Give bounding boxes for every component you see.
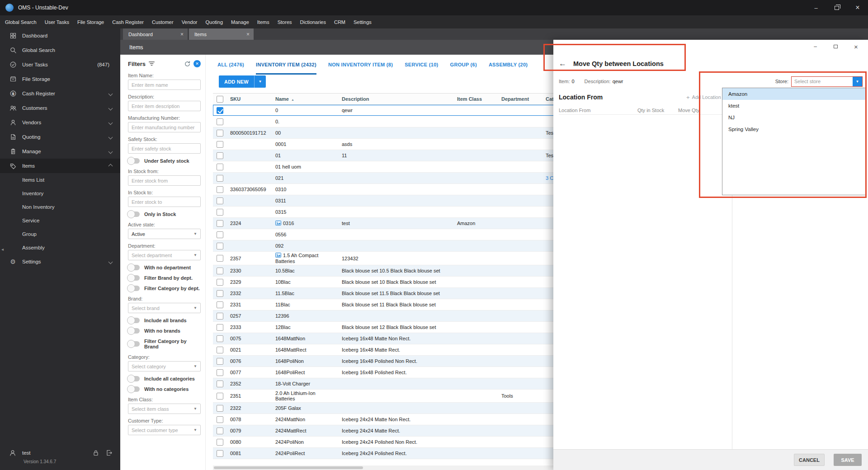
store-option[interactable]: ktest [722,100,866,112]
sidebar-subitem[interactable]: Group [0,227,120,241]
table-row[interactable]: 3360373065059 0310 [213,184,570,195]
row-checkbox[interactable] [217,107,223,114]
safety-stock-input[interactable] [128,143,201,154]
menubar-item[interactable]: Quoting [202,15,227,28]
sidebar-item-customers[interactable]: Customers [0,101,120,115]
table-row[interactable]: 2333 12Blac Black blouse set 12 Black Bl… [213,322,570,333]
sidebar-item-settings[interactable]: ⚙ Settings [0,254,120,269]
select-all-checkbox[interactable] [217,96,223,103]
manufacturing-number-input[interactable] [128,122,201,132]
category-select[interactable]: Select category▼ [128,361,201,371]
sidebar-subitem[interactable]: Items List [0,173,120,187]
toggle-switch[interactable] [128,212,140,217]
menubar-item[interactable]: Cash Register [108,15,148,28]
item-type-tab[interactable]: GROUP (6) [450,62,477,75]
cancel-button[interactable]: CANCEL [794,454,825,466]
row-checkbox[interactable] [217,324,223,331]
dialog-maximize-button[interactable] [826,40,846,53]
sidebar-item-file-storage[interactable]: File Storage [0,72,120,86]
toggle-switch[interactable] [128,318,140,323]
store-option[interactable]: Spring Valley [722,123,866,135]
toggle-only-in-stock[interactable]: Only in Stock [128,212,201,217]
toggle-filter-category-by-brand[interactable]: Filter Category by Brand [128,338,201,349]
row-checkbox[interactable] [217,393,223,400]
row-checkbox[interactable] [217,405,223,412]
sidebar-subitem[interactable]: Assembly [0,241,120,254]
row-checkbox[interactable] [217,347,223,353]
toggle-switch[interactable] [128,286,140,291]
tab-close-icon[interactable]: × [180,31,184,38]
toggle-include-all-categories[interactable]: Include all categories [128,376,201,381]
column-header-item-class[interactable]: Item Class [453,95,498,103]
sidebar-item-dashboard[interactable]: Dashboard [0,28,120,43]
table-row[interactable]: 2331 11Blac Black blouse set 11 Black Bl… [213,299,570,310]
table-row[interactable]: 0075 1648MattNon Iceberg 16x48 Matte Non… [213,333,570,344]
table-row[interactable]: 0080 2424PoliNon Iceberg 24x24 Polished … [213,437,570,448]
menubar-item[interactable]: Vendor [178,15,202,28]
add-new-dropdown-button[interactable]: ▼ [254,75,266,88]
toggle-switch[interactable] [128,275,140,281]
row-checkbox[interactable] [217,118,223,125]
active-state-select[interactable]: Active▼ [128,229,201,239]
menubar-item[interactable]: CRM [330,15,349,28]
back-button[interactable]: ← [559,59,566,68]
table-row[interactable]: 2332 11.5Blac Black blouse set 11.5 Blac… [213,288,570,299]
toggle-include-all-brands[interactable]: Include all brands [128,318,201,323]
item-name-input[interactable] [128,80,201,90]
row-checkbox[interactable] [217,220,223,227]
row-checkbox[interactable] [217,416,223,423]
row-checkbox[interactable] [217,335,223,342]
item-type-tab[interactable]: SERVICE (10) [405,62,438,75]
row-checkbox[interactable] [217,186,223,193]
row-checkbox[interactable] [217,428,223,434]
item-type-tab[interactable]: ALL (2476) [217,62,244,75]
row-checkbox[interactable] [217,197,223,204]
row-checkbox[interactable] [217,152,223,159]
sidebar-item-manage[interactable]: Manage [0,144,120,159]
toggle-switch[interactable] [128,328,140,334]
dialog-close-button[interactable]: × [846,40,866,53]
row-checkbox[interactable] [217,358,223,365]
sidebar-item-items[interactable]: Items [0,159,120,173]
row-checkbox[interactable] [217,313,223,320]
tab-close-icon[interactable]: × [246,31,250,38]
tab-items[interactable]: Items × [189,28,254,40]
table-row[interactable]: 0081 2424PoliRect Iceberg 24x24 Polished… [213,448,570,459]
horizontal-scrollbar[interactable] [213,465,554,470]
toggle-switch[interactable] [128,341,140,347]
table-row[interactable]: 2330 10.5Blac Black blouse set 10.5 Blac… [213,265,570,277]
sidebar-subitem[interactable]: Inventory [0,187,120,200]
menubar-item[interactable]: Settings [349,15,376,28]
horizontal-scrollbar-thumb[interactable] [214,466,363,469]
store-option[interactable]: Amazon [722,88,866,100]
in-stock-from-input[interactable] [128,175,201,186]
row-checkbox[interactable] [217,369,223,376]
lock-icon[interactable] [92,449,100,457]
toggle-with-no-categories[interactable]: With no categories [128,386,201,392]
menubar-item[interactable]: User Tasks [41,15,73,28]
table-row[interactable]: 2324 0316 test Amazon [213,218,570,229]
item-type-tab[interactable]: INVENTORY ITEM (2432) [256,62,316,75]
row-checkbox[interactable] [217,290,223,297]
table-row[interactable]: 8000500191712 00 Tes [213,127,570,139]
minimize-button[interactable]: – [806,0,826,15]
in-stock-to-input[interactable] [128,197,201,207]
column-header-sku[interactable]: SKU [226,95,273,103]
store-select[interactable]: Select store ▼ [791,76,863,87]
toggle-filter-category-by-dept[interactable]: Filter Category by dept. [128,286,201,291]
row-checkbox[interactable] [217,255,223,262]
store-option[interactable]: NJ [722,112,866,123]
sidebar-subitem[interactable]: Non Inventory [0,200,120,214]
table-row[interactable]: 0021 1648MattRect Iceberg 16x48 Matte Re… [213,344,570,356]
table-row[interactable]: 01 11 Tes [213,150,570,161]
item-description-input[interactable] [128,101,201,111]
row-checkbox[interactable] [217,439,223,446]
toggle-switch[interactable] [128,158,140,164]
table-row[interactable]: 0 qewr [213,105,570,116]
column-header-name[interactable]: Name▲ [273,95,338,103]
table-row[interactable]: 2329 10Blac Black blouse set 10 Black Bl… [213,277,570,288]
column-header-department[interactable]: Department [498,95,544,103]
close-button[interactable]: × [847,0,868,15]
sidebar-subitem[interactable]: Service [0,214,120,227]
table-row[interactable]: 0556 [213,229,570,240]
